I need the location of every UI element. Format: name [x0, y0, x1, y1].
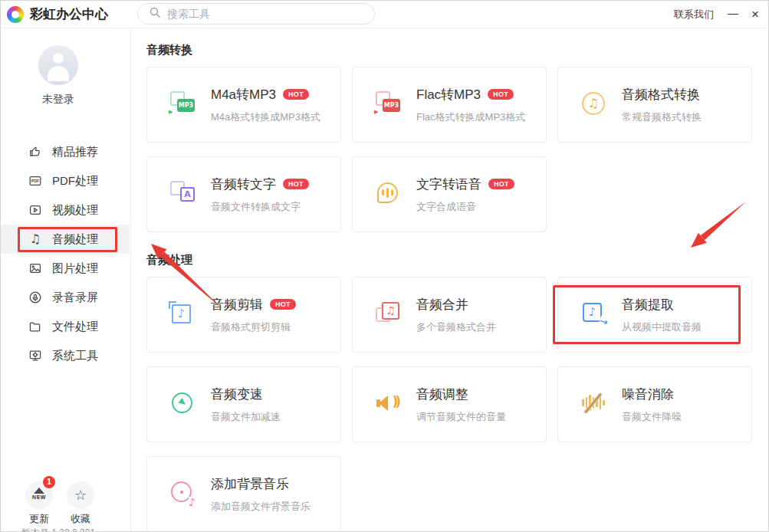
tool-title: 音频格式转换 [622, 86, 700, 103]
search-input[interactable] [167, 8, 374, 20]
tool-desc: 音频文件转换成文字 [211, 200, 309, 214]
thumbs-up-icon [28, 145, 42, 159]
sidebar-item-PDF处理[interactable]: PDF PDF处理 [1, 166, 130, 195]
search-box[interactable] [137, 3, 375, 25]
hot-badge: HOT [488, 179, 514, 189]
sidebar-item-视频处理[interactable]: 视频处理 [1, 195, 130, 225]
tool-card-音频转文字[interactable]: A 音频转文字 HOT 音频文件转换成文字 [146, 156, 341, 232]
star-icon: ☆ [67, 481, 94, 509]
tool-card-音频调整[interactable]: )) 音频调整 调节音频文件的音量 [352, 366, 547, 442]
tool-card-噪音消除[interactable]: 噪音消除 音频文件降噪 [557, 366, 752, 442]
tool-card-音频变速[interactable]: 音频变速 音频文件加减速 [146, 366, 341, 442]
tool-desc: 音频格式剪切剪辑 [211, 320, 296, 334]
video-icon [28, 203, 42, 217]
update-label: 更新 [22, 512, 56, 526]
hot-badge: HOT [283, 89, 309, 100]
tool-title: M4a转MP3 [211, 86, 276, 103]
tool-card-音频格式转换[interactable]: ♫ 音频格式转换 常规音频格式转换 [557, 67, 752, 143]
update-badge: 1 [43, 476, 55, 488]
sidebar-item-label: 系统工具 [52, 349, 98, 363]
tts-icon [373, 179, 403, 211]
login-status[interactable]: 未登录 [1, 93, 116, 107]
search-icon [149, 6, 161, 21]
sidebar-item-label: 音频处理 [52, 232, 98, 247]
update-button[interactable]: NEW 1 更新 [22, 481, 56, 526]
system-icon [28, 349, 42, 363]
tool-desc: 音频文件加减速 [211, 410, 281, 424]
tool-title: 添加背景音乐 [211, 475, 289, 493]
music-icon: ♫ [28, 232, 42, 246]
svg-text:PDF: PDF [31, 179, 39, 183]
tool-title: 音频合并 [416, 296, 468, 314]
sidebar-item-精品推荐[interactable]: 精品推荐 [1, 137, 130, 166]
tool-title: 音频调整 [416, 386, 468, 403]
main-content: 音频转换 MP3▶ M4a转MP3 HOT M4a格式转换成MP3格式 MP3▶… [132, 28, 768, 531]
tool-desc: 常规音频格式转换 [622, 110, 702, 124]
audio-extract-icon: ♪→ [579, 299, 608, 331]
folder-icon [28, 320, 42, 333]
audio-to-text-icon: A [168, 179, 197, 211]
audio-cut-icon: ♪ [168, 299, 197, 331]
tool-title: 音频变速 [211, 386, 263, 403]
tool-desc: 调节音频文件的音量 [416, 410, 506, 424]
avatar[interactable] [38, 45, 78, 85]
sidebar-item-系统工具[interactable]: 系统工具 [1, 341, 130, 370]
tool-title: 音频剪辑 [211, 296, 263, 314]
app-title: 彩虹办公中心 [30, 1, 108, 28]
sidebar-item-图片处理[interactable]: 图片处理 [1, 254, 130, 283]
tool-desc: M4a格式转换成MP3格式 [211, 110, 320, 124]
format-convert-icon: ♫ [579, 89, 608, 121]
hot-badge: HOT [270, 299, 296, 310]
sidebar-item-音频处理[interactable]: ♫ 音频处理 [1, 225, 130, 254]
image-icon [28, 261, 42, 275]
tool-section: 音频转换 MP3▶ M4a转MP3 HOT M4a格式转换成MP3格式 MP3▶… [146, 42, 768, 232]
tool-title: 音频转文字 [211, 176, 276, 193]
favorites-button[interactable]: ☆ 收藏 [64, 481, 97, 526]
mp3-convert-icon: MP3▶ [373, 89, 403, 121]
tool-card-音频提取[interactable]: ♪→ 音频提取 从视频中提取音频 [557, 277, 752, 353]
hot-badge: HOT [283, 179, 309, 189]
app-logo-icon [7, 6, 24, 23]
tool-title: Flac转MP3 [416, 86, 481, 103]
tool-title: 文字转语音 [416, 176, 481, 193]
tool-card-M4a转MP3[interactable]: MP3▶ M4a转MP3 HOT M4a格式转换成MP3格式 [146, 67, 341, 143]
audio-merge-icon: ♫ [373, 299, 403, 331]
hot-badge: HOT [488, 89, 514, 100]
sidebar-item-录音录屏[interactable]: 录音录屏 [1, 283, 130, 312]
topbar: 彩虹办公中心 联系我们 — × [1, 1, 768, 28]
sidebar-menu: 精品推荐 PDF PDF处理 视频处理 ♫ 音频处理 图片处理 录音录屏 文件处… [1, 137, 130, 370]
sidebar-item-文件处理[interactable]: 文件处理 [1, 312, 130, 341]
sidebar: 未登录 精品推荐 PDF PDF处理 视频处理 ♫ 音频处理 图片处理 录音录屏… [1, 28, 131, 531]
section-title: 音频处理 [146, 252, 768, 268]
noise-remove-icon [579, 389, 608, 421]
favorites-label: 收藏 [64, 512, 97, 526]
tool-card-音频合并[interactable]: ♫ 音频合并 多个音频格式合并 [352, 277, 547, 353]
close-button[interactable]: × [751, 1, 759, 28]
sidebar-item-label: 视频处理 [52, 203, 98, 218]
audio-speed-icon [168, 389, 197, 421]
tool-card-添加背景音乐[interactable]: ♪ 添加背景音乐 添加音频文件背景音乐 [146, 456, 341, 531]
tool-title: 噪音消除 [622, 386, 674, 403]
minimize-button[interactable]: — [728, 1, 738, 26]
tool-desc: 添加音频文件背景音乐 [211, 500, 311, 514]
sidebar-item-label: 文件处理 [52, 320, 98, 334]
tool-card-文字转语音[interactable]: 文字转语音 HOT 文字合成语音 [352, 156, 547, 232]
sidebar-item-label: 录音录屏 [52, 291, 98, 305]
update-icon: NEW 1 [25, 481, 53, 509]
contact-us-link[interactable]: 联系我们 [674, 1, 714, 28]
tool-desc: 多个音频格式合并 [416, 320, 496, 334]
bg-music-icon: ♪ [168, 478, 197, 511]
app-window: 彩虹办公中心 联系我们 — × 未登录 精品推荐 PDF PDF处理 视频处理 … [0, 0, 769, 532]
tool-card-音频剪辑[interactable]: ♪ 音频剪辑 HOT 音频格式剪切剪辑 [146, 277, 341, 353]
tool-desc: 音频文件降噪 [622, 410, 682, 424]
audio-adjust-icon: )) [373, 389, 403, 421]
tool-title: 音频提取 [622, 296, 674, 314]
tool-desc: 从视频中提取音频 [622, 320, 702, 334]
tool-card-Flac转MP3[interactable]: MP3▶ Flac转MP3 HOT Flac格式转换成MP3格式 [352, 67, 547, 143]
tool-section: 音频处理 ♪ 音频剪辑 HOT 音频格式剪切剪辑 ♫ 音频合并 多个音频格式合并… [146, 252, 768, 531]
version-text: 版本号 1.23.0.231 [21, 527, 95, 532]
sidebar-item-label: PDF处理 [52, 174, 98, 189]
section-title: 音频转换 [146, 42, 768, 57]
tool-desc: 文字合成语音 [416, 200, 514, 214]
mp3-convert-icon: MP3▶ [168, 89, 197, 121]
